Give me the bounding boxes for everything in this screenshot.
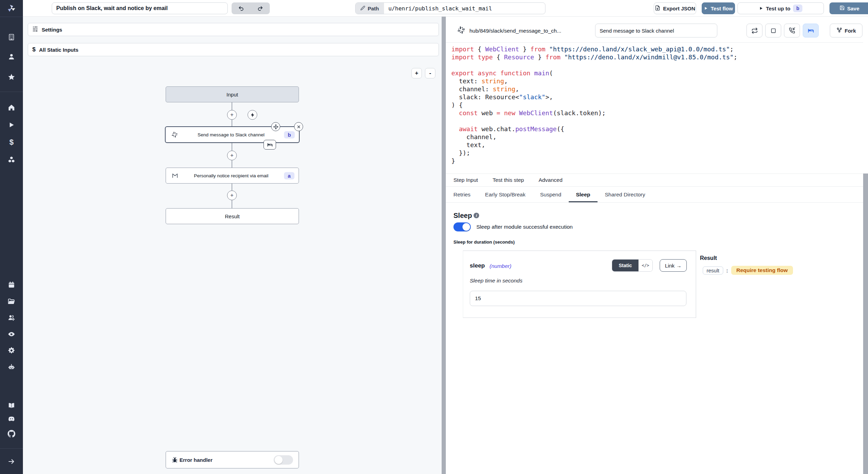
header-divider	[446, 42, 863, 43]
play-icon	[759, 6, 763, 11]
link-label: Link	[665, 263, 675, 269]
save-button[interactable]: Save	[829, 2, 868, 14]
sleep-input-description: Sleep time in seconds	[470, 278, 523, 284]
move-step-button[interactable]	[271, 122, 280, 131]
suspend-phone-incoming-icon-button[interactable]	[784, 24, 800, 37]
retries-repeat-icon-button[interactable]	[746, 24, 762, 37]
trigger-bolt-button[interactable]	[248, 110, 257, 120]
export-json-button[interactable]: Export JSON	[654, 2, 696, 14]
error-handler-label: Error handler	[180, 457, 212, 463]
code-editor[interactable]: import { WebClient } from "https://deno.…	[451, 45, 861, 165]
all-static-inputs-card[interactable]: $ All Static Inputs	[28, 43, 439, 56]
sleep-field-type: (number)	[490, 263, 511, 269]
github-icon[interactable]	[0, 427, 23, 441]
docs-book-icon[interactable]	[0, 399, 23, 413]
sleep-toggle-label: Sleep after module successful execution	[476, 224, 573, 230]
sleep-enabled-toggle[interactable]	[453, 222, 471, 231]
path-edit-button[interactable]: Path	[356, 3, 384, 14]
delete-step-button[interactable]	[294, 122, 303, 131]
result-status-badge: Require testing flow	[731, 266, 793, 275]
error-handler-node[interactable]: Error handler	[166, 451, 299, 468]
step-badge: b	[793, 5, 802, 12]
step-name-input[interactable]	[595, 24, 717, 37]
sleep-bed-icon-button[interactable]	[803, 24, 819, 37]
tab-advanced[interactable]: Advanced	[539, 174, 562, 186]
add-step-button[interactable]: +	[227, 110, 237, 120]
code-mode-button[interactable]: </>	[639, 260, 652, 271]
slack-icon	[171, 131, 178, 138]
save-floppy-icon	[840, 5, 845, 11]
vertical-scrollbar[interactable]	[863, 173, 868, 474]
card-divider	[696, 251, 696, 318]
discord-icon[interactable]	[0, 412, 23, 426]
error-handler-toggle[interactable]	[274, 455, 293, 465]
tab-early-stop-break[interactable]: Early Stop/Break	[485, 187, 525, 202]
file-download-icon	[655, 5, 660, 12]
settings-gear-icon[interactable]	[0, 344, 23, 357]
user-icon[interactable]	[0, 50, 23, 64]
groups-users-gear-icon[interactable]	[0, 311, 23, 324]
tab-sleep[interactable]: Sleep	[576, 187, 590, 202]
resources-cubes-icon[interactable]	[0, 153, 23, 167]
early-stop-square-icon-button[interactable]	[765, 24, 781, 37]
git-fork-icon	[836, 27, 842, 34]
tab-test-this-step[interactable]: Test this step	[493, 174, 524, 186]
fork-button[interactable]: Fork	[830, 24, 862, 37]
sleep-seconds-input[interactable]	[470, 291, 686, 306]
save-label: Save	[847, 6, 859, 11]
result-row: result : Require testing flow	[703, 266, 793, 275]
tab-shared-directory[interactable]: Shared Directory	[605, 187, 645, 202]
zoom-in-button[interactable]: +	[411, 68, 422, 78]
variables-dollar-icon[interactable]: $	[0, 135, 23, 149]
schedules-calendar-icon[interactable]	[0, 278, 23, 292]
primary-tabs: Step Input Test this step Advanced	[446, 173, 863, 187]
sidebar-divider	[0, 448, 23, 449]
panel-resize-handle[interactable]	[442, 17, 446, 474]
tab-step-input[interactable]: Step Input	[453, 174, 478, 186]
test-up-to-button[interactable]: Test up to b	[737, 2, 824, 14]
static-inputs-card-label: All Static Inputs	[39, 47, 78, 53]
add-step-button[interactable]: +	[227, 151, 237, 160]
home-icon[interactable]	[0, 101, 23, 115]
input-node[interactable]: Input	[166, 86, 299, 102]
redo-button[interactable]	[251, 2, 270, 14]
flow-title-input[interactable]	[52, 2, 228, 14]
windmill-logo[interactable]	[0, 1, 23, 15]
info-icon[interactable]: i	[474, 213, 479, 218]
result-node[interactable]: Result	[166, 208, 299, 224]
pencil-icon	[360, 6, 365, 11]
folders-icon[interactable]	[0, 295, 23, 308]
test-flow-button[interactable]: Test flow	[702, 2, 735, 14]
favorites-star-icon[interactable]	[0, 70, 23, 84]
flow-settings-card[interactable]: Settings	[28, 23, 439, 36]
input-mode-segmented: Static </>	[612, 259, 653, 272]
audit-eye-icon[interactable]	[0, 327, 23, 341]
zoom-out-button[interactable]: -	[425, 68, 435, 78]
workers-robot-icon[interactable]	[0, 360, 23, 374]
result-panel-heading: Result	[700, 255, 717, 261]
link-button[interactable]: Link →	[660, 259, 687, 272]
slack-step-id-badge: b	[284, 131, 295, 138]
email-step-node[interactable]: Personally notice recipient via email a	[166, 168, 299, 184]
workspace-icon[interactable]	[0, 30, 23, 44]
tab-suspend[interactable]: Suspend	[540, 187, 561, 202]
add-step-button[interactable]: +	[227, 191, 237, 200]
runs-play-icon[interactable]	[0, 118, 23, 132]
sleep-section-heading: Sleep i	[453, 212, 479, 220]
email-step-id-badge: a	[284, 172, 294, 179]
undo-button[interactable]	[232, 2, 251, 14]
slack-icon	[457, 26, 466, 36]
result-colon: :	[726, 268, 728, 273]
hub-script-path[interactable]: hub/849/slack/send_message_to_ch...	[469, 28, 561, 34]
sleep-indicator-bed-icon[interactable]	[264, 140, 276, 150]
topbar: Path u/henri/publish_slack_wait_mail Exp…	[23, 0, 868, 17]
dollar-icon: $	[32, 46, 35, 53]
expand-sidebar-arrow-icon[interactable]	[0, 455, 23, 468]
export-json-label: Export JSON	[663, 6, 695, 11]
static-mode-button[interactable]: Static	[612, 260, 639, 271]
gmail-icon	[172, 172, 178, 179]
play-icon	[704, 6, 708, 11]
path-value[interactable]: u/henri/publish_slack_wait_mail	[384, 3, 545, 14]
undo-redo-group	[232, 2, 270, 14]
tab-retries[interactable]: Retries	[453, 187, 470, 202]
